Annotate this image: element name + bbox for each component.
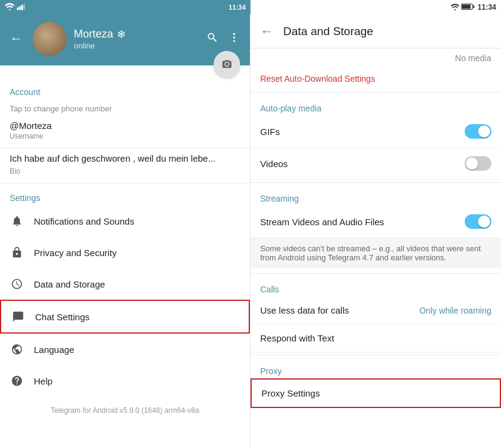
reset-auto-download-button[interactable]: Reset Auto-Download Settings xyxy=(250,68,501,90)
more-icon[interactable] xyxy=(228,31,240,47)
divider-proxy xyxy=(250,355,501,355)
divider-calls xyxy=(250,273,501,274)
avatar xyxy=(33,22,67,56)
svg-rect-3 xyxy=(21,5,23,10)
use-less-data-label: Use less data for calls xyxy=(260,305,349,315)
no-media-text: No media xyxy=(250,48,501,68)
snowflake-icon: ❄ xyxy=(117,28,126,41)
svg-point-10 xyxy=(233,36,235,38)
data-label: Data and Storage xyxy=(34,279,105,289)
respond-with-text-item[interactable]: Respond with Text xyxy=(250,324,501,352)
svg-rect-1 xyxy=(17,7,19,10)
stream-toggle[interactable] xyxy=(465,214,491,229)
stream-videos-item: Stream Videos and Audio Files xyxy=(250,206,501,238)
divider2 xyxy=(0,183,250,183)
proxy-heading: Proxy xyxy=(250,358,501,378)
right-title: Data and Storage xyxy=(283,25,373,38)
notifications-label: Notifications and Sounds xyxy=(34,216,134,226)
menu-item-notifications[interactable]: Notifications and Sounds xyxy=(0,205,250,237)
profile-status: online xyxy=(74,41,199,50)
svg-point-9 xyxy=(233,33,235,35)
auto-play-heading: Auto-play media xyxy=(250,95,501,116)
left-content: Account Tap to change phone number @Mort… xyxy=(0,65,250,448)
right-panel: ← Data and Storage No media Reset Auto-D… xyxy=(250,15,501,448)
menu-item-chat[interactable]: Chat Settings xyxy=(0,300,250,334)
wifi-icon xyxy=(5,3,15,12)
left-panel: ← Morteza ❄ online xyxy=(0,15,250,448)
right-time: 11:34 xyxy=(477,3,496,12)
menu-item-data[interactable]: Data and Storage xyxy=(0,268,250,300)
chat-icon xyxy=(11,309,25,324)
privacy-label: Privacy and Security xyxy=(34,248,117,258)
gifs-label: GIFs xyxy=(260,127,280,137)
footer-text: Telegram for Android v5.9.0 (1648) arm64… xyxy=(0,397,250,424)
divider1 xyxy=(0,148,250,148)
profile-name: Morteza ❄ xyxy=(74,28,199,41)
use-less-data-item[interactable]: Use less data for calls Only while roami… xyxy=(250,297,501,324)
lock-icon xyxy=(10,245,24,260)
bell-icon xyxy=(10,214,24,228)
username-value: @Morteza xyxy=(10,120,240,131)
profile-header: ← Morteza ❄ online xyxy=(0,15,250,65)
left-status-bar: 11:34 xyxy=(0,0,250,15)
proxy-settings-label: Proxy Settings xyxy=(261,388,320,398)
left-time: 11:34 xyxy=(229,4,246,11)
gifs-item: GIFs xyxy=(250,116,501,148)
help-label: Help xyxy=(34,376,53,386)
gifs-toggle[interactable] xyxy=(465,124,491,139)
camera-button[interactable] xyxy=(214,51,240,77)
battery-icon-right xyxy=(461,3,474,12)
svg-point-11 xyxy=(233,40,235,42)
streaming-note: Some videos can't be streamed – e.g., al… xyxy=(250,238,501,268)
svg-rect-7 xyxy=(462,5,471,9)
svg-rect-2 xyxy=(19,6,21,10)
svg-rect-8 xyxy=(473,5,474,8)
signal-icon xyxy=(17,3,25,12)
right-back-button[interactable]: ← xyxy=(260,24,273,39)
menu-item-privacy[interactable]: Privacy and Security xyxy=(0,237,250,268)
bio-text: Ich habe auf dich geschworen , weil du m… xyxy=(0,151,250,166)
videos-toggle[interactable] xyxy=(465,156,491,171)
back-button[interactable]: ← xyxy=(10,31,23,47)
language-label: Language xyxy=(34,344,74,355)
username-label: Username xyxy=(10,132,240,140)
divider-autoplay xyxy=(250,92,501,93)
username-item: @Morteza Username xyxy=(0,116,250,145)
chat-label: Chat Settings xyxy=(35,312,90,322)
divider-streaming xyxy=(250,182,501,183)
right-status-bar: 11:34 xyxy=(250,0,501,15)
tap-hint[interactable]: Tap to change phone number xyxy=(0,99,250,116)
menu-item-help[interactable]: Help xyxy=(0,365,250,397)
header-actions xyxy=(206,31,240,47)
calls-heading: Calls xyxy=(250,276,501,297)
account-label: Account xyxy=(0,80,250,99)
bio-label: Bio xyxy=(0,166,250,180)
help-icon xyxy=(10,374,24,388)
proxy-settings-item[interactable]: Proxy Settings xyxy=(250,378,501,408)
search-icon[interactable] xyxy=(206,31,218,47)
settings-label: Settings xyxy=(0,186,250,205)
use-less-data-value: Only while roaming xyxy=(419,306,491,315)
clock-icon xyxy=(10,277,24,291)
profile-info: Morteza ❄ online xyxy=(74,28,199,50)
videos-label: Videos xyxy=(260,159,288,169)
videos-item: Videos xyxy=(250,148,501,180)
profile-name-text: Morteza xyxy=(74,28,113,41)
respond-with-text-label: Respond with Text xyxy=(260,333,334,343)
streaming-heading: Streaming xyxy=(250,185,501,206)
stream-videos-label: Stream Videos and Audio Files xyxy=(260,217,384,227)
right-content: No media Reset Auto-Download Settings Au… xyxy=(250,48,501,448)
wifi-icon-right xyxy=(451,4,459,12)
menu-item-language[interactable]: Language xyxy=(0,334,250,365)
svg-rect-4 xyxy=(24,4,25,10)
svg-point-0 xyxy=(9,9,11,10)
svg-point-5 xyxy=(454,9,456,10)
right-header: ← Data and Storage xyxy=(250,15,501,48)
globe-icon xyxy=(10,342,24,357)
